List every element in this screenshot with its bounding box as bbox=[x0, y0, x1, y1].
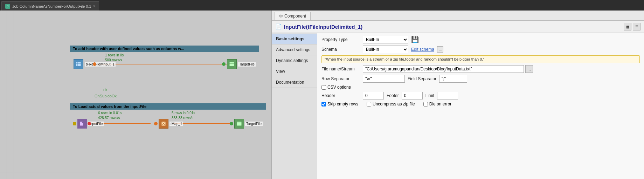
header-footer-limit-row: Header Footer Limit bbox=[321, 92, 640, 99]
component-tab-icon: ⚙ bbox=[279, 14, 283, 19]
component-header: 📄 InputFile(tFileInputDelimited_1) ▦ ☰ bbox=[272, 21, 644, 33]
svg-rect-0 bbox=[76, 62, 81, 66]
settings-form: Property Type Built-In Repository 💾 Sche… bbox=[317, 33, 644, 179]
component-1-icon[interactable] bbox=[74, 59, 83, 69]
skip-empty-rows-label[interactable]: Skip empty rows bbox=[321, 102, 358, 106]
csv-options-label[interactable]: CSV options bbox=[321, 85, 351, 90]
nav-item-dynamic-settings[interactable]: Dynamic settings bbox=[272, 55, 317, 66]
target-file-2-icon[interactable] bbox=[234, 119, 244, 129]
tab-icon: J bbox=[5, 4, 10, 9]
uncompress-zip-label[interactable]: Uncompress as zip file bbox=[367, 102, 415, 106]
list-view-button[interactable]: ☰ bbox=[633, 23, 640, 30]
tmap-container: tMap_1 bbox=[154, 119, 183, 129]
nav-item-advanced-settings[interactable]: Advanced settings bbox=[272, 44, 317, 55]
uncompress-zip-checkbox[interactable] bbox=[367, 102, 371, 106]
schema-select[interactable]: Built-In Repository bbox=[363, 46, 408, 53]
tab-label: Job ColumnNameAsNumberForOutputFile 0.1 bbox=[12, 4, 91, 8]
component-tab[interactable]: ⚙ Component bbox=[275, 12, 311, 20]
component-tab-label: Component bbox=[284, 14, 306, 19]
flow2-label-1: 6 rows in 0.01s bbox=[98, 111, 122, 115]
grid-view-button[interactable]: ▦ bbox=[624, 23, 631, 30]
flow2-label-3: 5 rows in 0.01s bbox=[172, 111, 195, 115]
flow-label-1: 1 rows in 0s bbox=[105, 53, 124, 57]
csv-options-checkbox[interactable] bbox=[321, 85, 326, 90]
row-separator-label: Row Separator bbox=[321, 76, 360, 81]
schema-label: Schema bbox=[321, 47, 360, 52]
property-type-row: Property Type Built-In Repository 💾 bbox=[321, 36, 640, 43]
schema-row: Schema Built-In Repository Edit schema … bbox=[321, 46, 640, 53]
connector-red-1 bbox=[88, 122, 91, 125]
subjob-label: OnSubjobOk bbox=[95, 94, 117, 98]
nav-item-view[interactable]: View bbox=[272, 66, 317, 77]
tab-bar: J Job ColumnNameAsNumberForOutputFile 0.… bbox=[0, 0, 644, 11]
connector-orange-2 bbox=[154, 122, 158, 125]
input-file-icon[interactable] bbox=[77, 119, 87, 129]
connector-yellow bbox=[73, 122, 76, 125]
component-tab-bar: ⚙ Component bbox=[272, 11, 644, 21]
save-icon[interactable]: 💾 bbox=[411, 36, 419, 43]
ok-label: ok bbox=[103, 88, 108, 92]
component-title: 📄 InputFile(tFileInputDelimited_1) bbox=[275, 23, 362, 30]
row-separator-input[interactable] bbox=[363, 75, 405, 83]
header-input[interactable] bbox=[363, 92, 384, 99]
header-label: Header bbox=[321, 93, 360, 98]
connector-green-2 bbox=[230, 122, 233, 125]
svg-rect-10 bbox=[237, 122, 242, 126]
property-type-label: Property Type bbox=[321, 37, 360, 42]
settings-nav: Basic settings Advanced settings Dynamic… bbox=[272, 33, 317, 179]
header-buttons: ▦ ☰ bbox=[624, 23, 640, 30]
job-node-2-header: To Load actual values from the inputFile bbox=[70, 103, 266, 110]
main-area: To add header with user defined values s… bbox=[0, 11, 644, 179]
separator-row: Row Separator Field Separator bbox=[321, 75, 640, 83]
file-browse-button[interactable]: … bbox=[525, 65, 533, 73]
job-node-1-header: To add header with user defined values s… bbox=[70, 46, 259, 52]
connector-green-1 bbox=[222, 62, 226, 66]
footer-label: Footer bbox=[387, 93, 399, 98]
nav-item-basic-settings[interactable]: Basic settings bbox=[272, 34, 317, 44]
right-panel: ⚙ Component 📄 InputFile(tFileInputDelimi… bbox=[271, 11, 644, 179]
component-2-label: TargetFile bbox=[238, 62, 256, 67]
tmap-label: tMap_1 bbox=[169, 122, 183, 126]
skip-empty-rows-checkbox[interactable] bbox=[321, 102, 326, 106]
panel-content: Basic settings Advanced settings Dynamic… bbox=[272, 33, 644, 179]
job-node-1[interactable]: To add header with user defined values s… bbox=[70, 46, 259, 76]
file-name-input[interactable] bbox=[363, 65, 524, 73]
main-tab[interactable]: J Job ColumnNameAsNumberForOutputFile 0.… bbox=[1, 1, 99, 11]
target-file-2-label: TargetFile bbox=[245, 122, 263, 126]
component-title-icon: 📄 bbox=[275, 23, 282, 30]
edit-schema-link[interactable]: Edit schema bbox=[411, 47, 434, 52]
field-separator-input[interactable] bbox=[439, 75, 467, 83]
file-name-input-container: … bbox=[363, 65, 533, 73]
checkboxes-row: Skip empty rows Uncompress as zip file D… bbox=[321, 102, 640, 106]
property-type-select[interactable]: Built-In Repository bbox=[363, 36, 408, 43]
file-name-label: File name/Stream bbox=[321, 67, 360, 71]
target-file-2-container: TargetFile bbox=[230, 119, 263, 129]
footer-input[interactable] bbox=[402, 92, 423, 99]
app-container: J Job ColumnNameAsNumberForOutputFile 0.… bbox=[0, 0, 644, 179]
csv-options-row: CSV options bbox=[321, 85, 640, 90]
die-on-error-label[interactable]: Die on error bbox=[423, 102, 451, 106]
job-node-2[interactable]: To Load actual values from the inputFile… bbox=[70, 103, 266, 138]
canvas-panel[interactable]: To add header with user defined values s… bbox=[0, 11, 271, 179]
field-separator-label: Field Separator bbox=[408, 76, 436, 81]
limit-input[interactable] bbox=[437, 92, 458, 99]
file-name-row: File name/Stream … bbox=[321, 65, 640, 73]
tmap-icon[interactable] bbox=[159, 119, 168, 129]
tab-close-button[interactable]: × bbox=[94, 4, 96, 8]
die-on-error-checkbox[interactable] bbox=[423, 102, 428, 106]
warning-text: "When the input source is a stream or a … bbox=[321, 55, 640, 63]
component-2-container: TargetFile bbox=[222, 59, 256, 69]
svg-rect-3 bbox=[229, 62, 234, 66]
component-1-label: tFixedFlowInput_1 bbox=[85, 62, 116, 67]
component-2-icon[interactable] bbox=[227, 59, 237, 69]
edit-schema-button[interactable]: … bbox=[437, 46, 443, 53]
component-title-text: InputFile(tFileInputDelimited_1) bbox=[284, 24, 362, 30]
connector-orange-1 bbox=[93, 62, 96, 66]
limit-label: Limit bbox=[425, 93, 434, 98]
nav-item-documentation[interactable]: Documentation bbox=[272, 77, 317, 88]
